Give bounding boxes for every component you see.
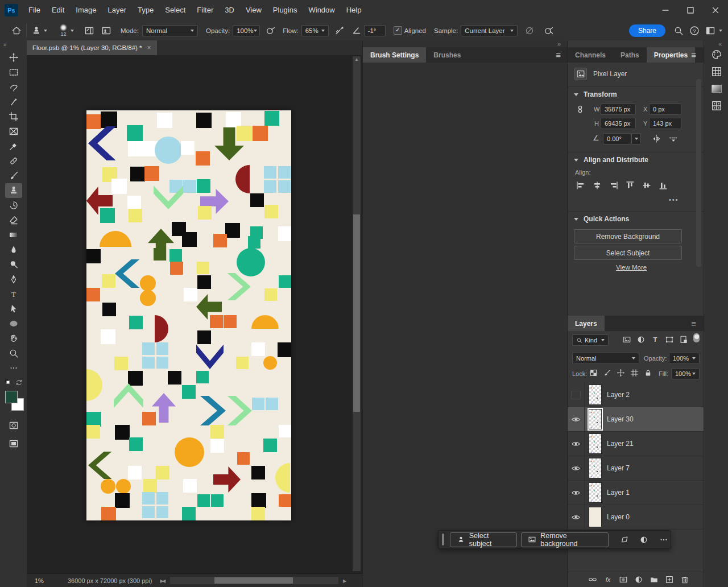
document-tab[interactable]: Floor.psb @ 1% (Layer 30, RGB/8#) * × xyxy=(27,40,157,55)
flip-vertical-icon[interactable] xyxy=(668,134,679,144)
layer-thumbnail[interactable] xyxy=(589,409,602,429)
screen-mode-button[interactable] xyxy=(5,436,22,451)
remove-background-taskbar-button[interactable]: Remove background xyxy=(521,532,609,547)
visibility-eye-icon[interactable] xyxy=(568,505,585,529)
tab-close-icon[interactable]: × xyxy=(147,44,151,52)
remove-background-button[interactable]: Remove Background xyxy=(574,229,682,243)
eyedropper-tool[interactable] xyxy=(5,139,22,154)
layer-filter-kind-select[interactable]: Kind xyxy=(572,334,609,346)
history-brush-tool[interactable] xyxy=(5,198,22,213)
layer-thumbnail[interactable] xyxy=(589,458,602,478)
menu-3d[interactable]: 3D xyxy=(219,0,240,20)
menu-select[interactable]: Select xyxy=(159,0,191,20)
quick-mask-button[interactable] xyxy=(5,418,22,433)
height-input[interactable]: 69435 px xyxy=(601,118,636,129)
edit-toolbar-tool[interactable] xyxy=(5,361,22,375)
layer-name[interactable]: Layer 7 xyxy=(607,464,630,472)
more-options-icon[interactable] xyxy=(656,533,671,547)
aligned-checkbox[interactable]: ✓ Aligned xyxy=(394,26,426,35)
healing-brush-tool[interactable] xyxy=(5,154,22,168)
brush-picker-chevron-icon[interactable] xyxy=(71,30,74,32)
artboard-canvas[interactable] xyxy=(86,110,291,520)
menu-filter[interactable]: Filter xyxy=(191,0,219,20)
angle-preset-dropdown[interactable] xyxy=(631,133,641,144)
tab-paths[interactable]: Paths xyxy=(613,47,647,63)
layer-name[interactable]: Layer 30 xyxy=(607,415,634,423)
home-button[interactable] xyxy=(11,26,22,36)
layers-menu-icon[interactable]: ≡ xyxy=(691,319,696,328)
toggle-brush-settings-button[interactable] xyxy=(84,26,94,36)
tab-brush-settings[interactable]: Brush Settings xyxy=(363,47,426,63)
layer-row-layer-7[interactable]: Layer 7 xyxy=(568,456,704,481)
airbrush-button[interactable] xyxy=(334,26,345,36)
brush-panel-menu-icon[interactable]: ≡ xyxy=(556,50,561,60)
share-button[interactable]: Share xyxy=(629,24,665,37)
align-center-h-button[interactable] xyxy=(592,180,602,191)
layer-group-button[interactable] xyxy=(650,575,659,584)
type-tool[interactable]: T xyxy=(5,287,22,301)
filter-toggle-switch[interactable] xyxy=(693,333,700,342)
layer-row-layer-21[interactable]: Layer 21 xyxy=(568,432,704,456)
blend-mode-select[interactable]: Normal xyxy=(572,353,639,364)
eraser-tool[interactable] xyxy=(5,213,22,228)
layer-mask-button[interactable] xyxy=(619,575,628,584)
x-input[interactable]: 0 px xyxy=(649,104,681,115)
link-layers-button[interactable] xyxy=(588,575,597,584)
taskbar-drag-handle[interactable] xyxy=(442,534,444,545)
hand-tool[interactable] xyxy=(5,331,22,346)
layer-row-layer-2[interactable]: Layer 2 xyxy=(568,383,704,407)
visibility-eye-icon[interactable] xyxy=(568,481,585,505)
dock-expand-icon[interactable]: « xyxy=(718,40,722,47)
zoom-level-field[interactable]: 1% xyxy=(35,577,44,584)
patterns-panel-icon[interactable] xyxy=(710,100,723,112)
pen-tool[interactable] xyxy=(5,272,22,287)
default-colors-icon[interactable] xyxy=(5,379,12,386)
layer-name[interactable]: Layer 0 xyxy=(607,513,630,521)
filter-smart-object-button[interactable] xyxy=(679,335,688,344)
path-selection-tool[interactable] xyxy=(5,301,22,316)
width-input[interactable]: 35875 px xyxy=(601,104,636,115)
lock-all-button[interactable] xyxy=(644,369,652,377)
maximize-button[interactable] xyxy=(678,0,703,20)
wh-link-icon[interactable] xyxy=(575,104,585,114)
tab-properties[interactable]: Properties xyxy=(647,47,695,63)
adjustment-layer-button[interactable] xyxy=(634,575,643,584)
zoom-tool[interactable] xyxy=(5,346,22,361)
filter-pixel-button[interactable] xyxy=(622,335,631,344)
quick-selection-tool[interactable] xyxy=(5,94,22,109)
select-subject-taskbar-button[interactable]: Select subject xyxy=(450,532,517,547)
layer-name[interactable]: Layer 21 xyxy=(607,440,634,448)
sample-select[interactable]: Current Layer xyxy=(461,25,518,36)
opacity-select[interactable]: 100% xyxy=(233,25,260,36)
swap-colors-icon[interactable] xyxy=(15,379,23,386)
menu-image[interactable]: Image xyxy=(70,0,102,20)
y-input[interactable]: 143 px xyxy=(649,118,681,129)
horizontal-scroll-thumb[interactable] xyxy=(214,577,293,584)
search-button[interactable] xyxy=(673,26,684,36)
layer-thumbnail[interactable] xyxy=(589,385,602,405)
scroll-up-icon[interactable]: ▲ xyxy=(353,56,361,63)
brush-tool[interactable] xyxy=(5,168,22,183)
menu-window[interactable]: Window xyxy=(303,0,340,20)
toolbar-collapse-icon[interactable]: » xyxy=(0,40,27,50)
pressure-size-button[interactable] xyxy=(544,26,554,36)
vertical-scrollbar[interactable]: ▲ xyxy=(353,56,361,571)
scroll-right-icon[interactable]: ▶ xyxy=(343,578,346,584)
foreground-color-swatch[interactable] xyxy=(5,391,18,403)
tab-channels[interactable]: Channels xyxy=(568,47,613,63)
visibility-eye-icon[interactable] xyxy=(568,432,585,456)
rectangular-marquee-tool[interactable] xyxy=(5,65,22,80)
layer-thumbnail[interactable] xyxy=(589,507,602,527)
delete-layer-button[interactable] xyxy=(680,575,689,584)
quick-actions-header[interactable]: Quick Actions xyxy=(574,215,629,223)
gradients-panel-icon[interactable] xyxy=(710,82,723,95)
align-section-header[interactable]: Align and Distribute xyxy=(574,156,648,164)
properties-menu-icon[interactable]: ≡ xyxy=(691,50,696,60)
transform-section-header[interactable]: Transform xyxy=(574,90,617,98)
view-more-link[interactable]: View More xyxy=(616,264,647,271)
layer-name[interactable]: Layer 1 xyxy=(607,489,630,497)
flip-horizontal-icon[interactable] xyxy=(651,134,661,144)
align-more-icon[interactable]: ••• xyxy=(669,196,679,203)
visibility-toggle-empty[interactable] xyxy=(568,383,585,407)
menu-view[interactable]: View xyxy=(240,0,267,20)
